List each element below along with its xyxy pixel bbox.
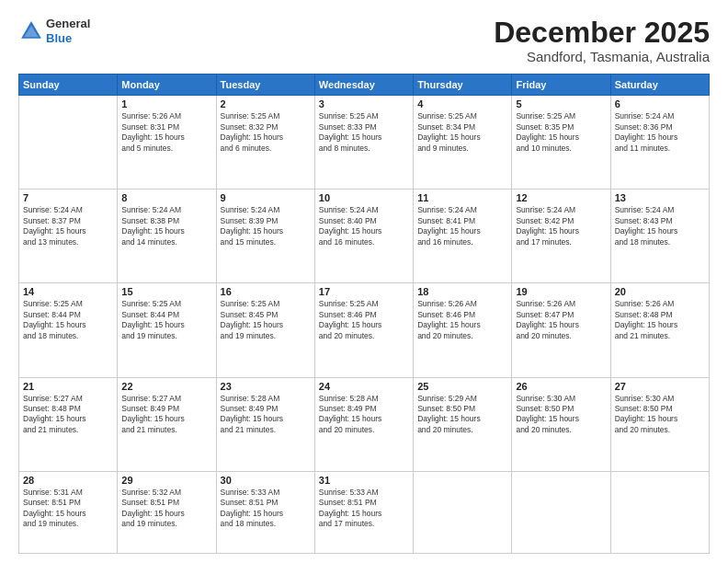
day-number: 27 — [615, 381, 705, 392]
table-row: 30Sunrise: 5:33 AMSunset: 8:51 PMDayligh… — [216, 471, 314, 553]
table-row: 25Sunrise: 5:29 AMSunset: 8:50 PMDayligh… — [414, 377, 512, 471]
table-row: 23Sunrise: 5:28 AMSunset: 8:49 PMDayligh… — [216, 377, 314, 471]
table-row: 4Sunrise: 5:25 AMSunset: 8:34 PMDaylight… — [414, 96, 512, 190]
day-number: 21 — [23, 381, 113, 392]
day-number: 1 — [121, 98, 211, 109]
table-row — [414, 471, 512, 553]
table-row: 26Sunrise: 5:30 AMSunset: 8:50 PMDayligh… — [512, 377, 610, 471]
day-number: 5 — [516, 98, 606, 109]
day-number: 3 — [319, 98, 409, 109]
table-row: 12Sunrise: 5:24 AMSunset: 8:42 PMDayligh… — [512, 190, 610, 283]
table-row: 18Sunrise: 5:26 AMSunset: 8:46 PMDayligh… — [414, 283, 512, 377]
cell-info: Sunrise: 5:24 AMSunset: 8:42 PMDaylight:… — [516, 205, 606, 247]
table-row: 21Sunrise: 5:27 AMSunset: 8:48 PMDayligh… — [19, 377, 118, 471]
table-row: 28Sunrise: 5:31 AMSunset: 8:51 PMDayligh… — [19, 471, 118, 553]
cell-info: Sunrise: 5:25 AMSunset: 8:45 PMDaylight:… — [221, 299, 311, 341]
day-number: 29 — [121, 475, 211, 486]
cell-info: Sunrise: 5:24 AMSunset: 8:37 PMDaylight:… — [23, 205, 113, 247]
cell-info: Sunrise: 5:26 AMSunset: 8:31 PMDaylight:… — [121, 111, 211, 154]
table-row: 17Sunrise: 5:25 AMSunset: 8:46 PMDayligh… — [314, 283, 413, 377]
table-row: 8Sunrise: 5:24 AMSunset: 8:38 PMDaylight… — [118, 190, 216, 283]
cell-info: Sunrise: 5:26 AMSunset: 8:46 PMDaylight:… — [417, 299, 507, 341]
cell-info: Sunrise: 5:24 AMSunset: 8:39 PMDaylight:… — [221, 205, 311, 247]
table-row: 19Sunrise: 5:26 AMSunset: 8:47 PMDayligh… — [512, 283, 610, 377]
cell-info: Sunrise: 5:25 AMSunset: 8:44 PMDaylight:… — [23, 299, 113, 341]
col-tuesday: Tuesday — [216, 75, 314, 96]
calendar-header-row: Sunday Monday Tuesday Wednesday Thursday… — [19, 75, 710, 96]
table-row: 9Sunrise: 5:24 AMSunset: 8:39 PMDaylight… — [216, 190, 314, 283]
cell-info: Sunrise: 5:33 AMSunset: 8:51 PMDaylight:… — [319, 488, 409, 530]
table-row: 10Sunrise: 5:24 AMSunset: 8:40 PMDayligh… — [314, 190, 413, 283]
cell-info: Sunrise: 5:24 AMSunset: 8:40 PMDaylight:… — [319, 205, 409, 247]
col-sunday: Sunday — [19, 75, 118, 96]
day-number: 26 — [516, 381, 606, 392]
day-number: 17 — [319, 286, 409, 297]
col-monday: Monday — [118, 75, 216, 96]
day-number: 14 — [23, 286, 113, 297]
day-number: 7 — [23, 192, 113, 203]
day-number: 10 — [319, 192, 409, 203]
logo: General Blue — [18, 17, 90, 45]
day-number: 11 — [417, 192, 507, 203]
table-row: 27Sunrise: 5:30 AMSunset: 8:50 PMDayligh… — [610, 377, 709, 471]
cell-info: Sunrise: 5:25 AMSunset: 8:46 PMDaylight:… — [319, 299, 409, 341]
cell-info: Sunrise: 5:24 AMSunset: 8:41 PMDaylight:… — [417, 205, 507, 247]
table-row — [512, 471, 610, 553]
cell-info: Sunrise: 5:30 AMSunset: 8:50 PMDaylight:… — [615, 394, 705, 436]
logo-icon — [18, 18, 44, 44]
day-number: 4 — [417, 98, 507, 109]
table-row — [19, 96, 118, 190]
cell-info: Sunrise: 5:24 AMSunset: 8:43 PMDaylight:… — [615, 205, 705, 247]
day-number: 15 — [121, 286, 211, 297]
table-row: 24Sunrise: 5:28 AMSunset: 8:49 PMDayligh… — [314, 377, 413, 471]
table-row: 15Sunrise: 5:25 AMSunset: 8:44 PMDayligh… — [118, 283, 216, 377]
cell-info: Sunrise: 5:28 AMSunset: 8:49 PMDaylight:… — [221, 394, 311, 436]
title-block: December 2025 Sandford, Tasmania, Austra… — [494, 17, 710, 64]
table-row: 3Sunrise: 5:25 AMSunset: 8:33 PMDaylight… — [314, 96, 413, 190]
cell-info: Sunrise: 5:32 AMSunset: 8:51 PMDaylight:… — [121, 488, 211, 530]
day-number: 13 — [615, 192, 705, 203]
header: General Blue December 2025 Sandford, Tas… — [18, 17, 710, 64]
table-row: 5Sunrise: 5:25 AMSunset: 8:35 PMDaylight… — [512, 96, 610, 190]
cell-info: Sunrise: 5:25 AMSunset: 8:35 PMDaylight:… — [516, 111, 606, 154]
cell-info: Sunrise: 5:25 AMSunset: 8:34 PMDaylight:… — [417, 111, 507, 154]
day-number: 31 — [319, 475, 409, 486]
table-row: 6Sunrise: 5:24 AMSunset: 8:36 PMDaylight… — [610, 96, 709, 190]
cell-info: Sunrise: 5:25 AMSunset: 8:33 PMDaylight:… — [319, 111, 409, 154]
page: General Blue December 2025 Sandford, Tas… — [0, 0, 728, 563]
cell-info: Sunrise: 5:30 AMSunset: 8:50 PMDaylight:… — [516, 394, 606, 436]
day-number: 25 — [417, 381, 507, 392]
day-number: 23 — [221, 381, 311, 392]
table-row — [610, 471, 709, 553]
logo-general: General — [46, 17, 90, 31]
day-number: 9 — [221, 192, 311, 203]
day-number: 30 — [221, 475, 311, 486]
day-number: 2 — [221, 98, 311, 109]
day-number: 18 — [417, 286, 507, 297]
table-row: 7Sunrise: 5:24 AMSunset: 8:37 PMDaylight… — [19, 190, 118, 283]
col-thursday: Thursday — [414, 75, 512, 96]
table-row: 16Sunrise: 5:25 AMSunset: 8:45 PMDayligh… — [216, 283, 314, 377]
day-number: 12 — [516, 192, 606, 203]
day-number: 6 — [615, 98, 705, 109]
logo-blue: Blue — [46, 31, 90, 46]
cell-info: Sunrise: 5:26 AMSunset: 8:47 PMDaylight:… — [516, 299, 606, 341]
col-wednesday: Wednesday — [314, 75, 413, 96]
day-number: 22 — [121, 381, 211, 392]
table-row: 31Sunrise: 5:33 AMSunset: 8:51 PMDayligh… — [314, 471, 413, 553]
page-subtitle: Sandford, Tasmania, Australia — [494, 49, 710, 64]
cell-info: Sunrise: 5:29 AMSunset: 8:50 PMDaylight:… — [417, 394, 507, 436]
day-number: 24 — [319, 381, 409, 392]
cell-info: Sunrise: 5:25 AMSunset: 8:44 PMDaylight:… — [121, 299, 211, 341]
table-row: 2Sunrise: 5:25 AMSunset: 8:32 PMDaylight… — [216, 96, 314, 190]
cell-info: Sunrise: 5:28 AMSunset: 8:49 PMDaylight:… — [319, 394, 409, 436]
cell-info: Sunrise: 5:24 AMSunset: 8:38 PMDaylight:… — [121, 205, 211, 247]
day-number: 20 — [615, 286, 705, 297]
day-number: 19 — [516, 286, 606, 297]
table-row: 20Sunrise: 5:26 AMSunset: 8:48 PMDayligh… — [610, 283, 709, 377]
cell-info: Sunrise: 5:24 AMSunset: 8:36 PMDaylight:… — [615, 111, 705, 154]
logo-text: General Blue — [46, 17, 90, 45]
day-number: 8 — [121, 192, 211, 203]
cell-info: Sunrise: 5:26 AMSunset: 8:48 PMDaylight:… — [615, 299, 705, 341]
cell-info: Sunrise: 5:25 AMSunset: 8:32 PMDaylight:… — [221, 111, 311, 154]
